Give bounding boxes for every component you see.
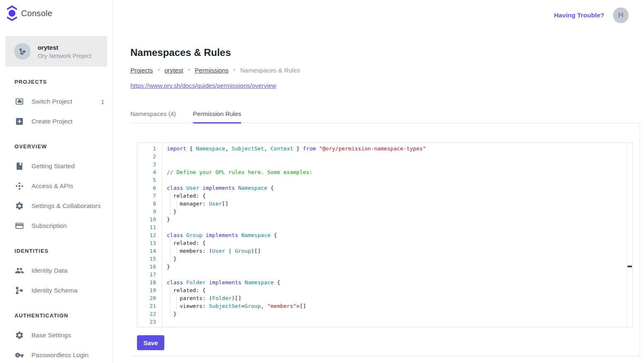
code-token: } — [173, 256, 177, 262]
sidebar-item-identity-schema[interactable]: Identity Schema — [0, 281, 113, 300]
code-token: User — [209, 201, 222, 207]
editor-code: import { Namespace, SubjectSet, Context … — [163, 143, 626, 327]
code-line — [167, 271, 626, 278]
sidebar-item-label: Create Project — [31, 118, 72, 125]
code-token: import — [167, 145, 186, 152]
sidebar-item-switch-project[interactable]: Switch Project1 — [0, 92, 113, 111]
tab-permission-rules[interactable]: Permission Rules — [193, 108, 241, 123]
code-line: parents: (Folder)[] — [167, 294, 626, 302]
schema-icon — [14, 286, 24, 295]
editor-line-number: 10 — [137, 215, 162, 223]
indent-guide — [167, 302, 180, 310]
code-token: implements — [209, 279, 241, 286]
ory-logo-icon — [7, 5, 17, 22]
code-line: // Define your OPL rules here. Some exam… — [167, 168, 626, 176]
tab-namespaces-4[interactable]: Namespaces (4) — [130, 108, 176, 123]
code-token: related: { — [173, 193, 206, 199]
indent-guide — [167, 239, 173, 247]
code-token: < — [241, 303, 245, 309]
code-token: )[] — [251, 248, 261, 254]
code-token: // Define your OPL rules here. Some exam… — [167, 169, 312, 175]
editor-line-number: 18 — [137, 278, 162, 286]
page-title: Namespaces & Rules — [130, 47, 640, 58]
breadcrumb-item-orytest[interactable]: orytest — [164, 67, 183, 74]
code-token: } — [167, 216, 170, 223]
editor-line-number: 12 — [137, 231, 162, 239]
editor-line-number: 8 — [137, 200, 162, 208]
sidebar-item-subscription[interactable]: Subscription — [0, 216, 113, 236]
sidebar-item-passwordless-login[interactable]: Passwordless Login — [0, 345, 113, 363]
editor-line-number: 22 — [137, 310, 162, 318]
code-token: SubjectSet — [209, 303, 241, 309]
docs-link[interactable]: https://www.ory.sh/docs/guides/permissio… — [130, 82, 276, 90]
code-line: } — [167, 263, 626, 271]
code-editor[interactable]: 123456789101112131415161718192021222324 … — [137, 143, 633, 327]
code-token: Namespace — [238, 185, 267, 191]
sidebar-item-label: Passwordless Login — [31, 351, 89, 359]
code-token: } — [293, 145, 303, 152]
sidebar-item-base-settings[interactable]: Base Settings — [0, 325, 113, 345]
breadcrumb-item-namespaces-rules: Namespaces & Rules — [240, 67, 300, 74]
editor-line-number: 16 — [137, 263, 162, 271]
editor-scrollbar-thumb[interactable] — [627, 266, 632, 267]
breadcrumb-separator: • — [158, 67, 159, 73]
people-icon — [14, 266, 24, 276]
sidebar-section-title: AUTHENTICATION — [0, 311, 113, 319]
book-icon — [14, 161, 24, 171]
code-token: parents: ( — [180, 295, 212, 301]
code-line: members: (User | Group)[] — [167, 247, 626, 255]
project-type: Ory Network Project — [38, 53, 91, 59]
sidebar-item-create-project[interactable]: Create Project — [0, 111, 113, 131]
user-avatar[interactable]: H — [613, 7, 629, 23]
sidebar-section: OVERVIEWGetting StartedAccess & APIsSett… — [0, 142, 113, 236]
sidebar-section-title: IDENTITIES — [0, 247, 113, 255]
code-token: { — [271, 232, 277, 238]
indent-guide — [167, 200, 180, 208]
editor-gutter: 123456789101112131415161718192021222324 — [137, 143, 162, 327]
code-line: } — [167, 208, 626, 215]
indent-guide — [167, 247, 180, 255]
switch-project-icon — [14, 97, 24, 106]
code-token: , — [264, 145, 271, 152]
editor-line-number: 24 — [137, 326, 162, 327]
code-line: viewers: SubjectSet<Group, "members">[] — [167, 302, 626, 310]
code-token: , — [261, 303, 267, 309]
code-token — [238, 232, 241, 238]
code-token: Namespace — [241, 232, 270, 238]
code-token: related: { — [173, 287, 206, 293]
code-token — [199, 185, 202, 191]
code-token: >[] — [296, 303, 306, 309]
code-line: class User implements Namespace { — [167, 184, 626, 192]
topbar: Having Trouble? H — [130, 0, 640, 31]
code-token: Folder — [212, 295, 232, 301]
having-trouble-link[interactable]: Having Trouble? — [554, 12, 604, 19]
editor-line-number: 6 — [137, 184, 162, 192]
sidebar-item-getting-started[interactable]: Getting Started — [0, 156, 113, 176]
sidebar-item-settings-collaborators[interactable]: Settings & Collaborators — [0, 196, 113, 216]
code-token: implements — [202, 185, 235, 191]
save-button[interactable]: Save — [137, 335, 164, 350]
sidebar-item-identity-data[interactable]: Identity Data — [0, 261, 113, 281]
editor-line-number: 23 — [137, 318, 162, 326]
code-token: Namespace — [245, 279, 274, 286]
code-token — [316, 145, 319, 152]
breadcrumb-item-permissions[interactable]: Permissions — [195, 67, 229, 74]
breadcrumb-item-projects[interactable]: Projects — [130, 67, 153, 74]
code-token: Context — [271, 145, 293, 152]
sidebar: Console orytest Ory Network Project PROJ… — [0, 0, 113, 363]
code-token: { — [186, 145, 196, 152]
code-line: related: { — [167, 286, 626, 294]
sidebar-item-access-apis[interactable]: Access & APIs — [0, 176, 113, 196]
app-logo[interactable]: Console — [0, 0, 113, 27]
indent-guide — [167, 326, 173, 327]
project-tree-icon — [14, 43, 31, 60]
code-token: members: ( — [180, 248, 212, 254]
code-line: permits = { — [167, 326, 626, 327]
code-token — [183, 185, 186, 191]
code-token: { — [274, 279, 280, 286]
tab-bar: Namespaces (4)Permission Rules — [130, 108, 640, 123]
sidebar-item-label: Settings & Collaborators — [31, 202, 101, 210]
sidebar-item-label: Identity Data — [31, 267, 67, 274]
editor-scrollbar[interactable] — [627, 143, 632, 327]
project-card[interactable]: orytest Ory Network Project — [5, 36, 107, 67]
